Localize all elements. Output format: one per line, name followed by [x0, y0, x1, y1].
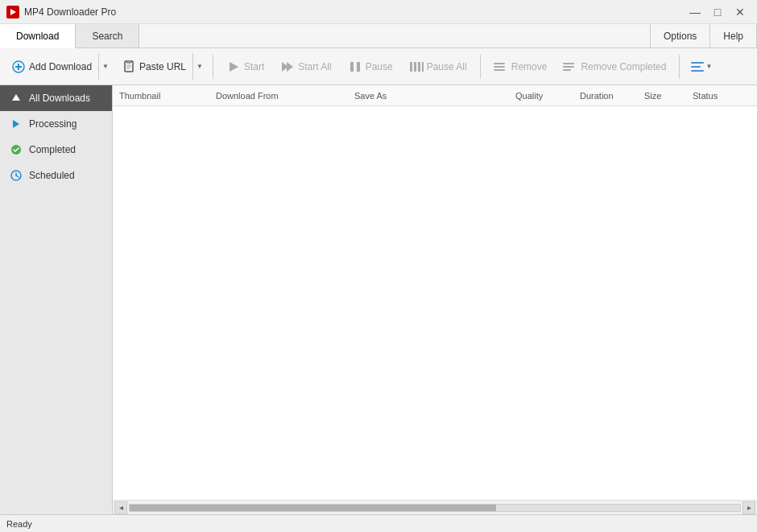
- remove-icon: [494, 60, 508, 74]
- sidebar-item-all-downloads[interactable]: All Downloads: [0, 85, 112, 111]
- content-area: Thumbnail Download From Save As Quality …: [113, 85, 757, 514]
- sidebar: All Downloads Processing Completed: [0, 85, 113, 514]
- remove-completed-icon: [563, 60, 577, 74]
- paste-icon: [122, 60, 136, 74]
- svg-rect-22: [563, 63, 574, 64]
- title-bar: MP4 Downloader Pro — □ ✕: [0, 0, 757, 24]
- col-header-save-as: Save As: [351, 91, 512, 101]
- svg-rect-20: [494, 66, 505, 68]
- svg-marker-26: [13, 120, 19, 128]
- svg-rect-18: [422, 62, 424, 72]
- sidebar-item-completed[interactable]: Completed: [0, 137, 112, 163]
- minimize-button[interactable]: —: [685, 3, 705, 21]
- col-header-duration: Duration: [577, 91, 641, 101]
- start-icon: [226, 60, 241, 74]
- app-title: MP4 Downloader Pro: [24, 6, 116, 18]
- status-text: Ready: [6, 519, 32, 529]
- pause-icon: [348, 60, 362, 74]
- main-area: All Downloads Processing Completed: [0, 85, 757, 514]
- svg-rect-23: [563, 66, 574, 68]
- svg-rect-24: [563, 69, 571, 71]
- svg-marker-12: [287, 62, 293, 72]
- col-header-quality: Quality: [512, 91, 577, 101]
- tab-download[interactable]: Download: [0, 24, 76, 48]
- svg-rect-16: [414, 62, 416, 72]
- paste-url-button[interactable]: Paste URL: [115, 53, 192, 80]
- sidebar-item-processing[interactable]: Processing: [0, 111, 112, 137]
- remove-completed-button[interactable]: Remove Completed: [556, 53, 672, 80]
- tab-bar: Download Search Options Help: [0, 24, 757, 48]
- start-button[interactable]: Start: [220, 53, 271, 80]
- svg-line-30: [16, 175, 19, 177]
- title-bar-controls: — □ ✕: [685, 3, 751, 21]
- scroll-thumb[interactable]: [130, 505, 496, 511]
- scroll-track[interactable]: [129, 504, 741, 512]
- svg-marker-25: [12, 94, 20, 101]
- h-line-1: [691, 62, 704, 64]
- hamburger-icon: [691, 62, 704, 72]
- col-header-size: Size: [641, 91, 689, 101]
- separator-2: [480, 55, 481, 79]
- help-action[interactable]: Help: [710, 24, 757, 47]
- h-line-3: [691, 70, 704, 72]
- col-header-download-from: Download From: [213, 91, 351, 101]
- all-downloads-icon: [10, 92, 23, 105]
- view-menu-button[interactable]: ▼: [686, 53, 717, 80]
- pause-button[interactable]: Pause: [341, 53, 399, 80]
- separator-3: [679, 55, 680, 79]
- add-download-button[interactable]: Add Download: [5, 53, 98, 80]
- paste-url-dropdown-button[interactable]: ▼: [192, 53, 206, 80]
- title-bar-left: MP4 Downloader Pro: [6, 6, 116, 19]
- options-action[interactable]: Options: [651, 24, 710, 47]
- tab-right-actions: Options Help: [650, 24, 757, 47]
- svg-rect-13: [350, 62, 354, 72]
- processing-icon: [10, 118, 23, 130]
- svg-rect-21: [494, 69, 505, 71]
- svg-rect-14: [357, 62, 360, 72]
- app-icon: [6, 6, 19, 19]
- col-header-status: Status: [689, 91, 754, 101]
- view-menu-arrow: ▼: [705, 63, 712, 70]
- svg-rect-17: [418, 62, 420, 72]
- status-bar: Ready: [0, 514, 757, 532]
- horizontal-scrollbar[interactable]: ◂ ▸: [113, 500, 757, 514]
- sidebar-item-scheduled[interactable]: Scheduled: [0, 163, 112, 188]
- separator-1: [213, 55, 213, 79]
- toolbar: Add Download ▼ Paste URL ▼: [0, 48, 757, 85]
- svg-rect-15: [410, 62, 412, 72]
- svg-rect-19: [494, 63, 505, 64]
- svg-rect-6: [126, 60, 131, 63]
- remove-button[interactable]: Remove: [487, 53, 554, 80]
- pause-all-button[interactable]: Pause All: [403, 53, 474, 80]
- maximize-button[interactable]: □: [707, 3, 728, 21]
- scroll-right-arrow[interactable]: ▸: [743, 501, 755, 514]
- svg-marker-10: [230, 62, 238, 72]
- completed-icon: [10, 143, 23, 156]
- start-all-button[interactable]: Start All: [274, 53, 337, 80]
- close-button[interactable]: ✕: [730, 3, 751, 21]
- tab-search[interactable]: Search: [76, 24, 139, 47]
- add-icon: [11, 60, 26, 74]
- table-header: Thumbnail Download From Save As Quality …: [113, 85, 757, 106]
- start-all-icon: [280, 60, 295, 74]
- add-download-dropdown-button[interactable]: ▼: [98, 53, 112, 80]
- paste-url-split-button: Paste URL ▼: [115, 53, 206, 80]
- scroll-left-arrow[interactable]: ◂: [114, 501, 127, 514]
- h-line-2: [691, 66, 701, 68]
- scheduled-icon: [10, 169, 23, 182]
- col-header-thumbnail: Thumbnail: [116, 91, 213, 101]
- add-download-split-button: Add Download ▼: [5, 53, 112, 80]
- table-content: [113, 106, 757, 500]
- pause-all-icon: [409, 60, 424, 74]
